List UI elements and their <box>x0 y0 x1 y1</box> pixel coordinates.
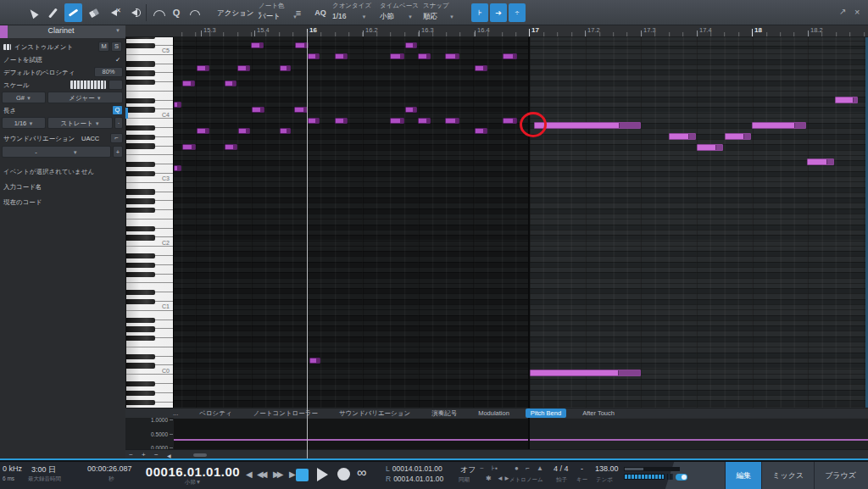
midi-note[interactable] <box>475 128 487 134</box>
midi-note[interactable] <box>835 97 858 103</box>
length-value-select[interactable]: 1/16 ▼ <box>2 117 46 129</box>
piano-key-black[interactable] <box>126 135 155 140</box>
snap-start-button[interactable]: ⊦ <box>471 3 488 22</box>
key-select[interactable]: G# ▼ <box>2 92 46 103</box>
loop-end-display[interactable]: R00014.01.01.00 <box>386 475 443 483</box>
quantize-length-button[interactable]: Q <box>112 105 123 115</box>
piano-key-black[interactable] <box>126 80 155 85</box>
midi-note[interactable] <box>280 65 291 71</box>
piano-key-black[interactable] <box>126 336 155 341</box>
piano-key-black[interactable] <box>126 162 155 167</box>
marker-icon[interactable]: ⊦▪ <box>492 464 498 472</box>
play-button[interactable] <box>317 468 328 481</box>
midi-note[interactable] <box>530 370 641 376</box>
record-button[interactable] <box>337 468 350 481</box>
midi-note[interactable] <box>390 53 404 59</box>
midi-note[interactable] <box>752 122 806 129</box>
page-button-ブラウズ[interactable]: ブラウズ <box>814 462 866 489</box>
midi-note[interactable] <box>534 122 641 129</box>
piano-key-black[interactable] <box>126 143 155 148</box>
settings-icon[interactable]: ✱ <box>486 475 492 482</box>
piano-key-black[interactable] <box>126 272 155 277</box>
midi-note[interactable] <box>294 107 308 113</box>
detach-window-icon[interactable]: ↗ <box>839 7 846 16</box>
loop-button[interactable]: ∞ <box>357 465 366 481</box>
lane-tab-演奏記号[interactable]: 演奏記号 <box>426 408 462 419</box>
piano-key-black[interactable] <box>126 37 155 39</box>
piano-keyboard[interactable]: C5C4C3C2C1C0 <box>125 37 174 408</box>
piano-key-black[interactable] <box>126 381 155 386</box>
midi-note[interactable] <box>475 65 487 71</box>
midi-note[interactable] <box>445 53 459 59</box>
snap-next-button[interactable]: ➔ <box>490 3 507 22</box>
midi-note[interactable] <box>503 118 517 124</box>
close-icon[interactable]: × <box>854 7 860 17</box>
time-display[interactable]: 00:00:26.087 <box>87 464 132 473</box>
dot-button[interactable]: · <box>114 117 123 129</box>
midi-note[interactable] <box>174 165 181 171</box>
midi-note[interactable] <box>197 65 209 71</box>
piano-key-black[interactable] <box>126 125 155 131</box>
swing-select[interactable]: ストレート ▼ <box>47 117 113 129</box>
bend-tool-icon[interactable] <box>186 3 204 22</box>
tempo-value[interactable]: 138.00 <box>595 464 619 473</box>
loop-start-display[interactable]: L00014.01.01.00 <box>386 464 442 473</box>
add-lane-icon[interactable]: + <box>142 451 146 458</box>
position-display-label[interactable]: 小節▼ <box>144 479 242 486</box>
midi-note[interactable] <box>174 102 181 108</box>
piano-key-black[interactable] <box>126 198 155 203</box>
piano-key-black[interactable] <box>126 363 155 368</box>
lane-tab-ノートコントローラー[interactable]: ノートコントローラー <box>248 408 323 419</box>
transform-tool-icon[interactable] <box>151 3 168 22</box>
piano-key-black[interactable] <box>126 43 155 48</box>
midi-note[interactable] <box>335 118 348 124</box>
click-icon[interactable]: ● <box>515 464 519 472</box>
track-dropdown-arrow[interactable]: ▼ <box>115 28 120 33</box>
punch-icon[interactable]: ◄► <box>497 475 510 482</box>
piano-key-black[interactable] <box>126 326 155 331</box>
quantize-select[interactable]: クオンタイズ 1/16▼ <box>332 2 371 24</box>
mute-tool[interactable]: ✕ <box>105 3 123 22</box>
solo-button[interactable]: S <box>111 42 122 52</box>
piano-key-black[interactable] <box>126 61 155 66</box>
lane-tab-pitch-bend[interactable]: Pitch Bend <box>526 408 566 418</box>
soundvar-slot-select[interactable]: - ▼ <box>2 146 111 158</box>
midi-note[interactable] <box>308 118 320 124</box>
scale-toggle[interactable] <box>108 80 123 90</box>
fast-forward-button[interactable]: ▶▶ <box>273 470 281 479</box>
add-soundvar-button[interactable]: + <box>113 146 123 158</box>
midi-note[interactable] <box>405 42 417 48</box>
midi-note[interactable] <box>197 128 209 134</box>
midi-note[interactable] <box>725 133 751 140</box>
piano-key-black[interactable] <box>126 263 155 268</box>
piano-key-black[interactable] <box>126 391 155 396</box>
meter-toggle[interactable] <box>676 474 687 481</box>
page-button-ミックス[interactable]: ミックス <box>761 462 814 489</box>
piano-key-black[interactable] <box>126 290 155 295</box>
autoquantize-icon[interactable]: AQ <box>312 3 329 22</box>
midi-note[interactable] <box>697 144 723 151</box>
zoom-tool-icon[interactable]: Q <box>170 3 183 22</box>
paint-tool[interactable] <box>64 3 82 22</box>
midi-note[interactable] <box>225 144 237 150</box>
velocity-value[interactable]: 80% <box>94 67 123 77</box>
mute-button[interactable]: M <box>98 42 109 52</box>
timesig-value[interactable]: 4 / 4 <box>554 464 569 473</box>
piano-key-black[interactable] <box>126 299 155 304</box>
midi-note[interactable] <box>237 65 250 71</box>
piano-key-black[interactable] <box>126 318 155 323</box>
pitch-bend-curve[interactable] <box>174 439 868 441</box>
metronome-setup-icon[interactable]: ⌐ <box>526 464 530 472</box>
note-grid[interactable]: ▲ <box>174 37 868 408</box>
overlap-icon[interactable]: ≡ <box>292 3 305 22</box>
midi-note[interactable] <box>309 358 320 364</box>
metronome-icon[interactable]: ▲ <box>537 464 543 472</box>
eraser-tool[interactable] <box>85 3 103 22</box>
piano-key-black[interactable] <box>126 253 155 258</box>
key-value[interactable]: - <box>581 464 583 473</box>
piano-key-black[interactable] <box>126 171 155 176</box>
piano-key-black[interactable] <box>126 189 155 194</box>
preroll-icon[interactable]: ~ <box>480 464 484 472</box>
audition-row[interactable]: ノートを試聴 ✓ <box>0 53 125 66</box>
midi-note[interactable] <box>225 81 236 86</box>
